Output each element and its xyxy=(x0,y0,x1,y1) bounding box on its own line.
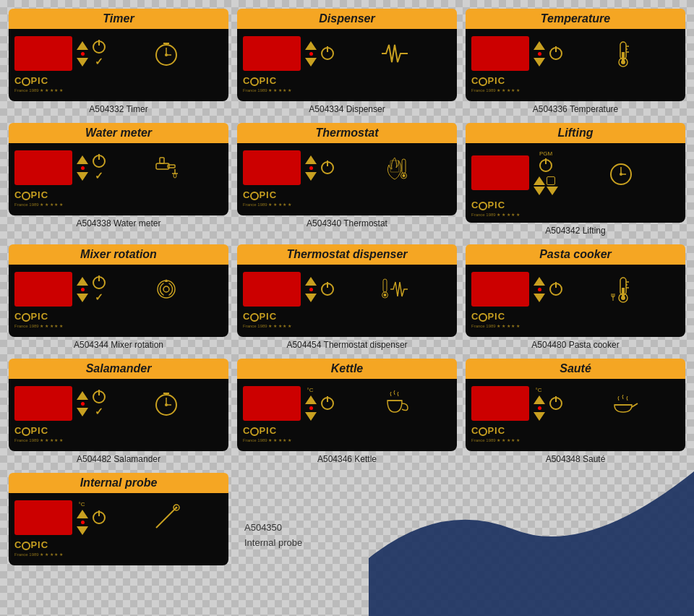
icon-area-lifting xyxy=(562,157,680,189)
capic-logo-thermostat: CPIC France 1989 ★ ★ ★ ★ ★ xyxy=(243,188,291,207)
up-button-water-meter[interactable] xyxy=(77,155,88,164)
up-button-kettle[interactable] xyxy=(305,395,317,404)
celsius-probe: °C xyxy=(79,501,85,508)
down-button-lifting[interactable] xyxy=(534,187,545,195)
up-button-salamander[interactable] xyxy=(77,391,88,400)
up-button-lifting[interactable] xyxy=(534,176,545,185)
down-button-mixer-rotation[interactable] xyxy=(77,294,88,302)
up-button-internal-probe[interactable] xyxy=(77,510,88,518)
down-button-dispenser[interactable] xyxy=(305,58,317,67)
caption-temperature: A504336 Temperature xyxy=(533,104,619,114)
display-thermostat-dispenser xyxy=(243,272,301,307)
card-saute: Sauté °C xyxy=(466,359,685,464)
power-button-pasta-cooker[interactable] xyxy=(549,283,562,296)
check-timer[interactable]: ✓ xyxy=(95,56,103,67)
mixer-icon xyxy=(150,273,182,305)
down-button-kettle[interactable] xyxy=(305,412,317,421)
power-button-salamander[interactable] xyxy=(93,390,106,403)
power-button-thermostat-dispenser[interactable] xyxy=(321,283,334,296)
icon-area-salamander xyxy=(110,388,223,419)
indicator-salamander xyxy=(81,402,85,406)
power-button-lifting[interactable] xyxy=(539,159,552,172)
svg-point-27 xyxy=(163,286,169,292)
capic-logo-pasta-cooker: CPIC France 1989 ★ ★ ★ ★ ★ xyxy=(471,309,520,328)
card-lifting: Lifting PGM xyxy=(466,123,685,236)
panel-mixer-rotation: ✓ CPIC France 1989 ★ ★ ★ ★ ★ xyxy=(9,265,228,337)
power-button-mixer-rotation[interactable] xyxy=(93,276,106,289)
caption-thermostat-dispenser: A504454 Thermostat dispenser xyxy=(286,340,407,350)
capic-logo-lifting: CPIC France 1989 ★ ★ ★ ★ ★ xyxy=(471,198,520,217)
capic-logo-timer: CPIC France 1989 ★ ★ ★ ★ ★ xyxy=(14,74,63,93)
svg-point-32 xyxy=(384,294,387,296)
indicator-internal-probe xyxy=(81,521,85,524)
power-button-internal-probe[interactable] xyxy=(93,511,106,524)
down-button-thermostat[interactable] xyxy=(305,172,317,181)
caption-pasta-cooker: A504480 Pasta cooker xyxy=(531,340,619,350)
card-header-kettle: Kettle xyxy=(237,359,457,379)
down-button-thermostat-dispenser[interactable] xyxy=(305,294,317,302)
panel-pasta-cooker: CPIC France 1989 ★ ★ ★ ★ ★ xyxy=(466,265,685,337)
down-button-internal-probe[interactable] xyxy=(77,526,88,535)
card-thermostat-dispenser: Thermostat dispenser xyxy=(237,244,457,350)
card-header-temperature: Temperature xyxy=(466,9,685,29)
up-button-temperature[interactable] xyxy=(534,41,545,50)
card-salamander: Salamander ✓ xyxy=(9,359,228,464)
down-button-water-meter[interactable] xyxy=(77,172,88,181)
controls-salamander xyxy=(77,391,88,416)
caption-saute: A504348 Sauté xyxy=(546,454,606,464)
down-button-salamander[interactable] xyxy=(77,408,88,416)
power-button-timer[interactable] xyxy=(93,40,106,54)
down2-button-lifting[interactable] xyxy=(547,187,558,195)
probe-icon xyxy=(150,502,182,534)
power-button-dispenser[interactable] xyxy=(321,47,334,60)
icon-area-timer xyxy=(110,38,223,69)
check-mixer-rotation[interactable]: ✓ xyxy=(95,291,103,303)
display-dispenser xyxy=(243,36,301,71)
panel-internal-probe: °C C xyxy=(9,493,228,565)
down-button-saute[interactable] xyxy=(534,412,545,421)
power-col-mixer-rotation: ✓ xyxy=(93,276,106,303)
card-dispenser: Dispenser xyxy=(237,9,457,114)
up-button-pasta-cooker[interactable] xyxy=(534,277,545,286)
power-button-saute[interactable] xyxy=(549,397,562,410)
svg-point-44 xyxy=(165,403,168,406)
icon-area-thermostat xyxy=(338,152,451,184)
down-button-timer[interactable] xyxy=(77,58,88,67)
panel-bottom-mixer-rotation: CPIC France 1989 ★ ★ ★ ★ ★ xyxy=(14,309,223,328)
card-header-timer: Timer xyxy=(9,9,228,29)
up-button-dispenser[interactable] xyxy=(305,41,317,50)
icon-area-thermostat-dispenser xyxy=(338,273,451,305)
down-button-temperature[interactable] xyxy=(534,58,545,67)
card-header-salamander: Salamander xyxy=(9,359,228,379)
caption-salamander: A504482 Salamander xyxy=(77,454,160,464)
up-button-thermostat[interactable] xyxy=(305,155,317,164)
up-button-timer[interactable] xyxy=(77,41,88,50)
capic-logo-dispenser: CPIC France 1989 ★ ★ ★ ★ ★ xyxy=(243,74,291,93)
panel-salamander: ✓ CPIC France 1989 ★ ★ ★ ★ ★ xyxy=(9,379,228,451)
power-button-kettle[interactable] xyxy=(321,397,334,410)
panel-bottom-lifting: CPIC France 1989 ★ ★ ★ ★ ★ xyxy=(471,198,680,217)
panel-bottom-temperature: CPIC France 1989 ★ ★ ★ ★ ★ xyxy=(471,74,680,93)
icon-area-pasta-cooker xyxy=(567,273,680,305)
power-button-temperature[interactable] xyxy=(549,47,562,60)
card-header-dispenser: Dispenser xyxy=(237,9,457,29)
controls-saute: °C xyxy=(534,387,545,421)
check-salamander[interactable]: ✓ xyxy=(95,406,103,417)
clock-lifting-icon xyxy=(605,157,637,189)
power-button-thermostat[interactable] xyxy=(321,161,334,174)
power-col-pasta-cooker xyxy=(549,283,562,296)
up-button-thermostat-dispenser[interactable] xyxy=(305,277,317,286)
clock-icon xyxy=(150,38,182,69)
main-grid: Timer ✓ xyxy=(0,0,694,473)
svg-rect-19 xyxy=(402,159,406,174)
check-water-meter[interactable]: ✓ xyxy=(95,170,103,181)
indicator-dispenser xyxy=(309,52,313,56)
dispenser-icon xyxy=(379,38,411,69)
down-button-pasta-cooker[interactable] xyxy=(534,294,545,302)
display-lifting xyxy=(471,155,529,190)
power-col-thermostat-dispenser xyxy=(321,283,334,296)
up-button-mixer-rotation[interactable] xyxy=(77,277,88,286)
up-button-saute[interactable] xyxy=(534,395,545,404)
controls-pasta-cooker xyxy=(534,277,545,302)
power-button-water-meter[interactable] xyxy=(93,155,106,168)
